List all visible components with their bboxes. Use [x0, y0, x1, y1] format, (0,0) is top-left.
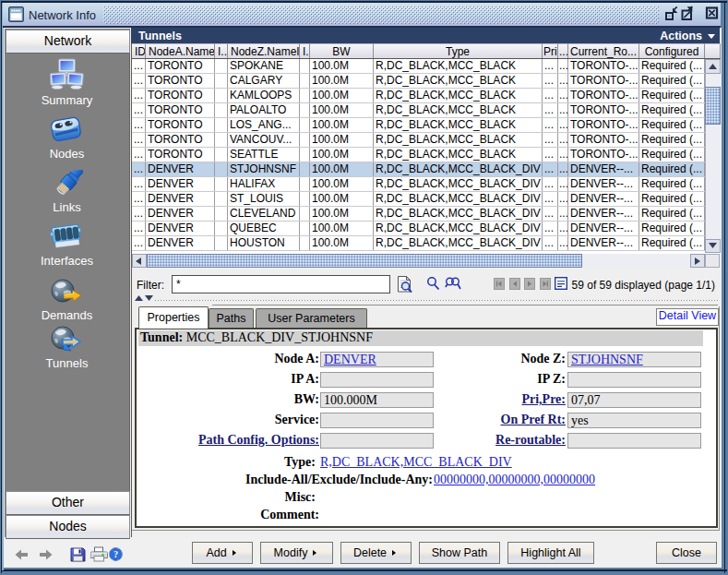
- svg-text:?: ?: [113, 549, 118, 559]
